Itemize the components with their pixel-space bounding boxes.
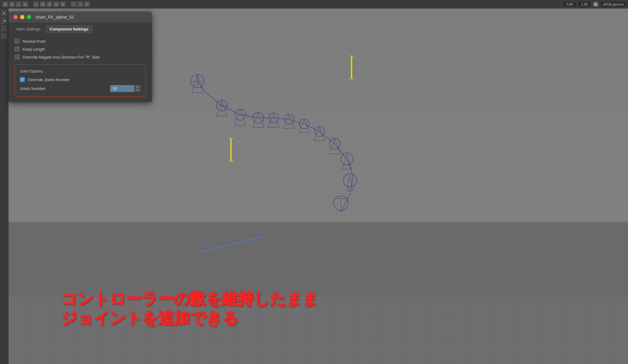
- tab-main-settings[interactable]: Main Settings: [12, 25, 45, 33]
- time-start-value: 0.00: [564, 2, 576, 6]
- spinner-down-button[interactable]: ▼: [134, 89, 141, 92]
- neutral-pose-row: Neutral Pose: [15, 39, 146, 44]
- toolbar-icon-7[interactable]: ⊛: [47, 2, 52, 7]
- override-joints-row: Override Joints Number: [20, 77, 141, 82]
- strip-btn-3[interactable]: ↑: [1, 25, 8, 32]
- svg-marker-28: [342, 154, 352, 169]
- toolbar-icon-10[interactable]: ↔: [71, 2, 76, 7]
- neutral-pose-label: Neutral Pose: [23, 39, 45, 44]
- toolbar-divider-2: [68, 2, 68, 7]
- joints-number-wrapper: ▲ ▼: [110, 85, 141, 92]
- minimize-button[interactable]: [20, 15, 24, 19]
- tab-component-settings[interactable]: Component Settings: [45, 25, 93, 33]
- toolbar-icon-8[interactable]: ◎: [53, 2, 59, 7]
- japanese-text-overlay: コントローラーの数を維持したまま ジョイントを追加できる: [61, 289, 318, 327]
- override-negate-row: Override Negate Axis Direction For "R" S…: [15, 55, 146, 59]
- keep-length-label: Keep Length: [23, 47, 45, 52]
- panel-window: chain_FK_spline_01 Main Settings Compone…: [9, 12, 152, 102]
- close-button[interactable]: [13, 15, 18, 19]
- toolbar-icon-5[interactable]: ⬡: [33, 2, 39, 7]
- color-icon[interactable]: 🎨: [593, 2, 598, 7]
- svg-marker-26: [314, 127, 325, 141]
- top-toolbar: ⊞ ⊡ △ ◈ ⬡ ⊕ ⊛ ◎ ⊞ ↔ ↕ ⟳ 0.00 1.00 🎨 sRGB…: [0, 0, 628, 9]
- svg-marker-21: [235, 109, 246, 125]
- toolbar-icon-4[interactable]: ◈: [23, 2, 28, 7]
- keep-length-checkbox[interactable]: [15, 47, 20, 52]
- tab-bar: Main Settings Component Settings: [9, 23, 152, 33]
- override-joints-label: Override Joints Number: [28, 77, 70, 82]
- override-negate-checkbox[interactable]: [15, 55, 20, 59]
- toolbar-icons: ⊞ ⊡ △ ◈ ⬡ ⊕ ⊛ ◎ ⊞ ↔ ↕ ⟳: [2, 2, 90, 7]
- toolbar-divider-1: [31, 2, 31, 7]
- strip-btn-1[interactable]: ▶: [1, 10, 8, 16]
- left-panel-strip: ▶ ◀ ↑ ↓: [0, 9, 9, 364]
- toolbar-icon-11[interactable]: ↕: [78, 2, 83, 7]
- override-negate-label: Override Negate Axis Direction For "R" S…: [23, 55, 100, 59]
- japanese-line-2: ジョイントを追加できる: [61, 309, 318, 327]
- toolbar-icon-3[interactable]: △: [16, 2, 21, 7]
- neutral-pose-checkbox[interactable]: [15, 39, 20, 44]
- svg-line-43: [200, 237, 262, 252]
- keep-length-row: Keep Length: [15, 47, 146, 52]
- time-end-value: 1.00: [578, 2, 590, 6]
- color-space-value: sRGB gamma: [601, 2, 626, 6]
- japanese-line-1: コントローラーの数を維持したまま: [61, 289, 318, 308]
- joint-options-section: Joint Options Override Joints Number Joi…: [15, 64, 146, 97]
- joints-number-label: Joints Number: [20, 86, 107, 91]
- override-joints-checkbox[interactable]: [20, 77, 25, 82]
- toolbar-icon-1[interactable]: ⊞: [2, 2, 8, 7]
- svg-marker-22: [253, 112, 264, 127]
- toolbar-icon-6[interactable]: ⊕: [40, 2, 45, 7]
- svg-marker-24: [283, 115, 294, 128]
- spinner-up-button[interactable]: ▲: [134, 85, 141, 89]
- joints-number-spinner[interactable]: ▲ ▼: [134, 85, 141, 92]
- svg-marker-23: [268, 113, 279, 127]
- maximize-button[interactable]: [27, 15, 31, 19]
- toolbar-right: 0.00 1.00 🎨 sRGB gamma: [564, 2, 626, 7]
- title-bar: chain_FK_spline_01: [9, 12, 152, 23]
- panel-content: Neutral Pose Keep Length Override Negate…: [9, 33, 152, 102]
- joint-options-title: Joint Options: [20, 69, 141, 73]
- strip-btn-4[interactable]: ↓: [1, 33, 8, 39]
- joints-number-row: Joints Number ▲ ▼: [20, 85, 141, 92]
- strip-btn-2[interactable]: ◀: [1, 17, 8, 24]
- window-controls[interactable]: [13, 15, 31, 19]
- toolbar-icon-12[interactable]: ⟳: [84, 2, 90, 7]
- toolbar-icon-2[interactable]: ⊡: [9, 2, 15, 7]
- svg-point-17: [343, 174, 357, 187]
- window-title: chain_FK_spline_01: [35, 15, 74, 20]
- toolbar-icon-9[interactable]: ⊞: [60, 2, 66, 7]
